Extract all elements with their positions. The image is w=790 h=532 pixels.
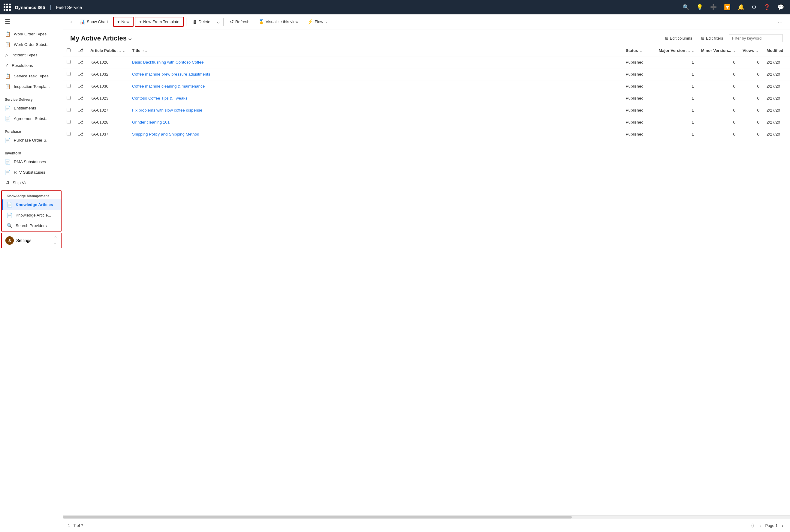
row-title[interactable]: Contoso Coffee Tips & Tweaks [128, 92, 622, 104]
pagination-controls: ⟨⟨ ‹ Page 1 › [749, 521, 785, 530]
sidebar-item-label: Work Order Types [14, 32, 47, 36]
row-status: Published [622, 80, 655, 92]
select-all-checkbox[interactable] [67, 48, 71, 52]
filter-keyword-input[interactable] [729, 34, 783, 42]
row-title[interactable]: Coffee machine brew pressure adjustments [128, 69, 622, 80]
sidebar-item-ship-via[interactable]: 🖥 Ship Via [0, 177, 63, 188]
show-chart-button[interactable]: 📊 Show Chart [76, 17, 112, 27]
visualize-button[interactable]: 🥇 Visualize this view [255, 17, 302, 27]
row-status: Published [622, 128, 655, 140]
row-checkbox[interactable] [67, 120, 71, 124]
delete-button[interactable]: 🗑 Delete [189, 17, 214, 26]
module-name[interactable]: Field Service [56, 5, 82, 10]
search-icon[interactable]: 🔍 [682, 4, 689, 11]
row-status: Published [622, 116, 655, 128]
page-first-button[interactable]: ⟨⟨ [749, 521, 756, 530]
sort-asc-indicator: ↑ ⌵ [142, 49, 147, 53]
table-row[interactable]: ⎇ KA-01037 Shipping Policy and Shipping … [63, 128, 790, 140]
row-checkbox-cell[interactable] [63, 116, 74, 128]
horizontal-scrollbar[interactable] [63, 515, 790, 519]
sidebar-item-rma-substatuses[interactable]: 📄 RMA Substatuses [0, 156, 63, 167]
sidebar-item-knowledge-article-s[interactable]: 📄 Knowledge Article... [2, 210, 61, 221]
row-title[interactable]: Fix problems with slow coffee dispense [128, 104, 622, 116]
app-launcher-icon[interactable] [4, 4, 11, 11]
knowledge-management-section: Knowledge Management 📄 Knowledge Article… [1, 190, 61, 231]
flow-button[interactable]: ⚡ Flow ⌵ [304, 17, 331, 27]
title-chevron-icon[interactable]: ⌵ [128, 35, 131, 41]
table-row[interactable]: ⎇ KA-01028 Grinder cleaning 101 Publishe… [63, 116, 790, 128]
settings-icon[interactable]: ⚙ [752, 4, 756, 11]
back-button[interactable]: ‹ [68, 17, 74, 26]
sidebar-item-inspection-templ[interactable]: 📋 Inspection Templa... [0, 81, 63, 92]
purchase-order-icon: 📄 [5, 137, 11, 143]
row-views: 0 [739, 80, 763, 92]
sidebar-item-knowledge-articles[interactable]: 📄 Knowledge Articles [2, 200, 61, 210]
page-header-actions: ⊞ Edit columns ⊟ Edit filters [662, 34, 783, 42]
row-checkbox[interactable] [67, 132, 71, 136]
delete-dropdown-button[interactable]: ⌵ [216, 17, 221, 26]
row-checkbox-cell[interactable] [63, 92, 74, 104]
sidebar-item-rtv-substatuses[interactable]: 📄 RTV Substatuses [0, 167, 63, 177]
row-checkbox[interactable] [67, 60, 71, 64]
row-title[interactable]: Basic Backflushing with Contoso Coffee [128, 56, 622, 69]
page-next-button[interactable]: › [780, 522, 785, 530]
table-row[interactable]: ⎇ KA-01026 Basic Backflushing with Conto… [63, 56, 790, 69]
select-all-checkbox-header[interactable] [63, 45, 74, 56]
toolbar-separator-1 [186, 18, 186, 26]
new-button[interactable]: + New [113, 17, 134, 27]
chat-icon[interactable]: 💬 [777, 4, 784, 11]
col-header-title[interactable]: Title ↑ ⌵ [128, 45, 622, 56]
table-row[interactable]: ⎇ KA-01030 Coffee machine cleaning & mai… [63, 80, 790, 92]
sidebar-item-search-providers[interactable]: 🔍 Search Providers [2, 221, 61, 231]
row-checkbox-cell[interactable] [63, 104, 74, 116]
sidebar-item-service-task-types[interactable]: 📋 Service Task Types [0, 71, 63, 81]
scrollbar-track[interactable] [63, 516, 572, 518]
sidebar-toggle[interactable]: ☰ [0, 14, 63, 29]
row-views: 0 [739, 116, 763, 128]
settings-button[interactable]: S Settings ⌃⌵ [1, 233, 61, 248]
sidebar-item-incident-types[interactable]: △ Incident Types [0, 50, 63, 60]
sidebar-item-resolutions[interactable]: ✓ Resolutions [0, 60, 63, 71]
table-row[interactable]: ⎇ KA-01032 Coffee machine brew pressure … [63, 69, 790, 80]
table-row[interactable]: ⎇ KA-01027 Fix problems with slow coffee… [63, 104, 790, 116]
help-icon[interactable]: ❓ [764, 4, 770, 11]
row-checkbox-cell[interactable] [63, 69, 74, 80]
row-checkbox-cell[interactable] [63, 80, 74, 92]
row-title[interactable]: Shipping Policy and Shipping Method [128, 128, 622, 140]
col-header-article-public[interactable]: Article Public ... ⌵ [87, 45, 128, 56]
filter-icon[interactable]: 🔽 [724, 4, 731, 11]
bell-icon[interactable]: 🔔 [738, 4, 745, 11]
hierarchy-icon-header: ⎇ [74, 45, 87, 56]
row-major-version: 1 [655, 128, 697, 140]
sidebar-item-agreement-subst[interactable]: 📄 Agreement Subst... [0, 113, 63, 124]
more-options-button[interactable]: ⋯ [775, 17, 785, 26]
edit-filters-button[interactable]: ⊟ Edit filters [698, 34, 727, 42]
col-header-minor-version[interactable]: Minor Version... ⌵ [698, 45, 739, 56]
sidebar-item-purchase-order-s[interactable]: 📄 Purchase Order S... [0, 135, 63, 146]
refresh-button[interactable]: ↺ Refresh [226, 17, 253, 27]
col-header-views[interactable]: Views ⌵ [739, 45, 763, 56]
nav-separator: | [50, 4, 51, 11]
lightbulb-icon[interactable]: 💡 [696, 4, 703, 11]
row-checkbox-cell[interactable] [63, 56, 74, 69]
page-prev-button[interactable]: ‹ [758, 522, 763, 530]
col-header-major-version[interactable]: Major Version ... ⌵ [655, 45, 697, 56]
row-checkbox[interactable] [67, 84, 71, 88]
sidebar-item-work-order-types[interactable]: 📋 Work Order Types [0, 29, 63, 39]
table-row[interactable]: ⎇ KA-01023 Contoso Coffee Tips & Tweaks … [63, 92, 790, 104]
edit-columns-button[interactable]: ⊞ Edit columns [662, 34, 696, 42]
plus-icon[interactable]: ➕ [710, 4, 717, 11]
row-checkbox[interactable] [67, 96, 71, 100]
pagination-bar: 1 - 7 of 7 ⟨⟨ ‹ Page 1 › [63, 519, 790, 532]
row-checkbox[interactable] [67, 108, 71, 112]
search-providers-icon: 🔍 [6, 223, 13, 229]
row-checkbox[interactable] [67, 72, 71, 76]
new-from-template-button[interactable]: + New From Template [135, 17, 183, 27]
sidebar-item-work-order-subst[interactable]: 📋 Work Order Subst... [0, 39, 63, 50]
row-title[interactable]: Grinder cleaning 101 [128, 116, 622, 128]
col-header-status[interactable]: Status ⌵ [622, 45, 655, 56]
row-title[interactable]: Coffee machine cleaning & maintenance [128, 80, 622, 92]
row-checkbox-cell[interactable] [63, 128, 74, 140]
sidebar-item-entitlements[interactable]: 📄 Entitlements [0, 103, 63, 113]
brand-name[interactable]: Dynamics 365 [15, 5, 45, 10]
